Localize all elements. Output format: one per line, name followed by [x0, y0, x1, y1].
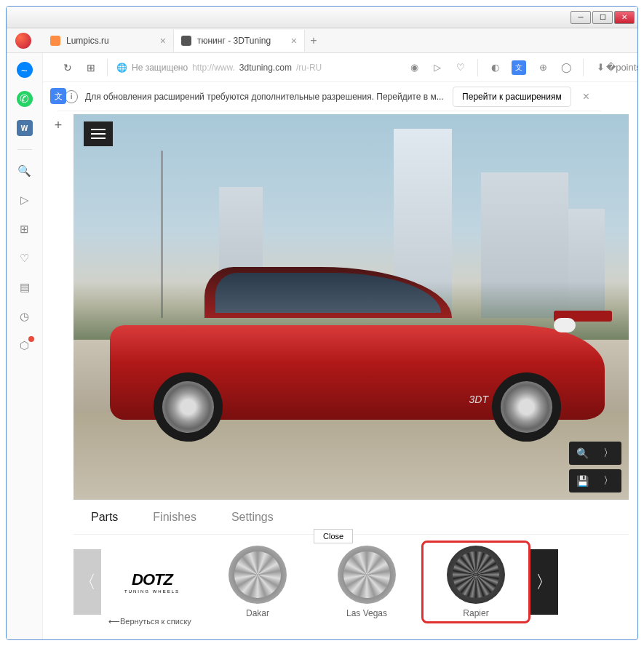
close-window-button[interactable]: ✕: [614, 11, 635, 24]
brand-name: DOTZ: [101, 570, 203, 589]
apps-icon[interactable]: ⊞: [17, 221, 33, 237]
panel-tabs: Parts Finishes Settings Close: [73, 500, 629, 535]
browser-tabs: Lumpics.ru × тюнинг - 3DTuning × +: [7, 28, 637, 53]
tab-favicon-icon: [50, 36, 60, 46]
url-path: /ru-RU: [296, 63, 322, 73]
camera-icon[interactable]: ◉: [408, 61, 421, 74]
left-sidebar: ~ ✆ W 🔍 ▷ ⊞ ♡ ▤ ◷ ⬡: [7, 53, 43, 639]
add-workspace-button[interactable]: +: [50, 117, 66, 133]
browser-window: ─ ☐ ✕ Lumpics.ru × тюнинг - 3DTuning × +…: [6, 6, 638, 640]
save-controls: 💾 〉: [569, 469, 621, 493]
tab-title: тюнинг - 3DTuning: [197, 36, 271, 46]
download-icon[interactable]: ⬇: [594, 61, 607, 74]
globe-icon: 🌐: [116, 63, 127, 73]
info-close-icon[interactable]: ×: [579, 90, 594, 103]
close-panel-button[interactable]: Close: [314, 529, 353, 543]
vk-icon[interactable]: W: [17, 120, 33, 136]
send-sidebar-icon[interactable]: ▷: [17, 192, 33, 208]
address-bar: 〈 〉 ↻ ⊞ 🌐 Не защищено http://www.3dtunin…: [7, 53, 637, 82]
car-model: 3DT: [110, 296, 605, 442]
new-tab-button[interactable]: +: [305, 32, 322, 49]
tab-3dtuning[interactable]: тюнинг - 3DTuning ×: [174, 30, 305, 52]
tab-title: Lumpics.ru: [66, 36, 109, 46]
wheel-label: Rapier: [463, 608, 488, 618]
news-icon[interactable]: ▤: [17, 279, 33, 295]
url-prefix: http://www.: [192, 63, 235, 73]
package-icon[interactable]: ⬡: [17, 338, 33, 354]
tab-lumpics[interactable]: Lumpics.ru ×: [43, 30, 174, 52]
profile-icon[interactable]: ◯: [560, 61, 573, 74]
info-message: Для обновления расширений требуются допо…: [85, 92, 444, 102]
wheel-option-lasvegas[interactable]: Las Vegas: [312, 546, 421, 618]
url-host: 3dtuning.com: [239, 63, 292, 73]
tab-close-icon[interactable]: ×: [160, 35, 166, 47]
heart-sidebar-icon[interactable]: ♡: [17, 250, 33, 266]
speed-dial-button[interactable]: ⊞: [84, 60, 98, 75]
reload-button[interactable]: ↻: [60, 60, 75, 75]
minimize-button[interactable]: ─: [571, 11, 591, 24]
tab-close-icon[interactable]: ×: [291, 35, 297, 47]
tab-favicon-icon: [181, 36, 191, 46]
save-next-button[interactable]: 〉: [595, 469, 621, 493]
page-content: 3DT 🔍 〉 💾 〉 Parts Finishes Settings: [73, 114, 629, 631]
wheel-label: Las Vegas: [346, 608, 387, 618]
brand-logo[interactable]: DOTZ TUNING WHEELS: [101, 570, 203, 594]
send-icon[interactable]: ▷: [431, 61, 444, 74]
messenger-icon[interactable]: ~: [17, 62, 33, 78]
tab-finishes[interactable]: Finishes: [135, 500, 214, 534]
wheel-carousel: 〈 DOTZ TUNING WHEELS Dakar Las Vegas Rap…: [73, 535, 629, 629]
car-viewport[interactable]: 3DT 🔍 〉 💾 〉: [73, 114, 629, 500]
maximize-button[interactable]: ☐: [592, 11, 613, 24]
shield-icon[interactable]: ◐: [488, 61, 501, 74]
tab-parts[interactable]: Parts: [73, 500, 135, 534]
heart-icon[interactable]: ♡: [454, 61, 467, 74]
wheel-option-rapier[interactable]: Rapier: [421, 541, 530, 623]
translate-badge-icon[interactable]: 文: [50, 88, 66, 104]
save-button[interactable]: 💾: [569, 469, 595, 493]
hamburger-menu-button[interactable]: [84, 121, 113, 146]
carousel-next-button[interactable]: 〉: [530, 549, 558, 615]
zoom-controls: 🔍 〉: [569, 442, 621, 465]
translate-icon[interactable]: 文: [512, 60, 526, 75]
brand-subtitle: TUNING WHEELS: [101, 589, 203, 594]
parts-panel: Parts Finishes Settings Close 〈 DOTZ TUN…: [73, 500, 629, 629]
menu-icon[interactable]: �points: [617, 61, 630, 74]
wheel-label: Dakar: [246, 608, 269, 618]
opera-logo-icon[interactable]: [15, 33, 31, 49]
wheel-option-dakar[interactable]: Dakar: [203, 546, 312, 618]
info-icon: i: [65, 90, 78, 103]
search-icon[interactable]: 🔍: [17, 163, 33, 179]
back-to-list-link[interactable]: ⟵Вернуться к списку: [108, 617, 191, 626]
history-icon[interactable]: ◷: [17, 308, 33, 324]
extension-icon[interactable]: ⊕: [536, 61, 549, 74]
whatsapp-icon[interactable]: ✆: [17, 91, 33, 107]
tab-settings[interactable]: Settings: [214, 500, 291, 534]
goto-extensions-button[interactable]: Перейти к расширениям: [453, 87, 571, 107]
car-badge-label: 3DT: [469, 394, 488, 405]
extension-info-bar: i Для обновления расширений требуются до…: [57, 82, 601, 111]
zoom-next-button[interactable]: 〉: [595, 442, 621, 465]
titlebar: ─ ☐ ✕: [7, 7, 637, 28]
security-label: Не защищено: [132, 63, 188, 73]
zoom-in-button[interactable]: 🔍: [569, 442, 595, 465]
url-input[interactable]: 🌐 Не защищено http://www.3dtuning.com/ru…: [116, 63, 322, 73]
carousel-prev-button[interactable]: 〈: [73, 549, 101, 615]
